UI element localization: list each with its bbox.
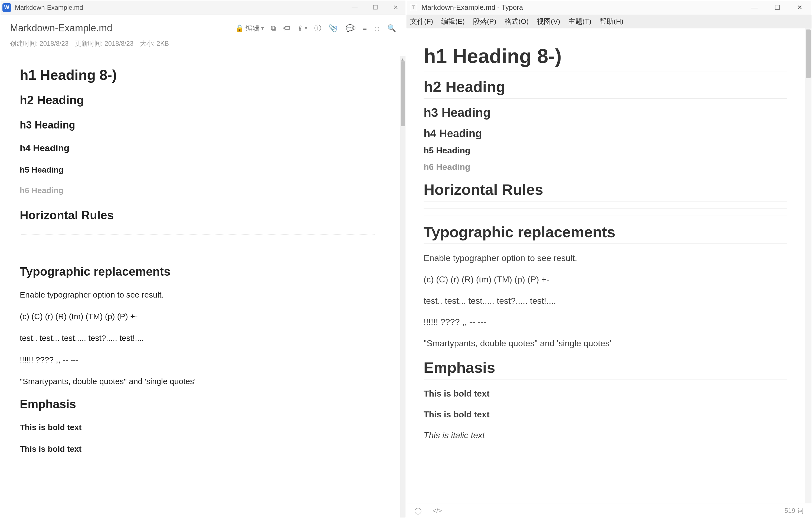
hr-section-title: Horizontal Rules bbox=[424, 181, 787, 202]
read-mode-icon[interactable]: ☼ bbox=[374, 24, 380, 32]
chevron-down-icon: ▾ bbox=[261, 25, 264, 31]
horizontal-rule bbox=[424, 208, 787, 209]
left-scrollbar[interactable]: ▴ bbox=[400, 56, 406, 518]
close-icon[interactable]: ✕ bbox=[393, 4, 398, 11]
doc-h1: h1 Heading 8-) bbox=[424, 44, 787, 71]
left-scrollbar-thumb[interactable] bbox=[401, 61, 405, 126]
document-meta: 创建时间: 2018/8/23 更新时间: 2018/8/23 大小: 2KB bbox=[0, 39, 406, 56]
external-open-icon[interactable]: ⧉ bbox=[271, 24, 276, 32]
minimize-icon[interactable]: — bbox=[751, 4, 758, 11]
right-titlebar-title: Markdown-Example.md - Typora bbox=[422, 3, 523, 12]
outline-icon[interactable]: ≡ bbox=[363, 24, 367, 32]
paragraph: "Smartypants, double quotes" and 'single… bbox=[20, 376, 389, 387]
updated-time: 更新时间: 2018/8/23 bbox=[75, 39, 134, 48]
paragraph: (c) (C) (r) (R) (tm) (TM) (p) (P) +- bbox=[20, 311, 389, 322]
search-icon[interactable]: 🔍 bbox=[387, 24, 396, 32]
horizontal-rule bbox=[20, 250, 375, 250]
menu-view[interactable]: 视图(V) bbox=[537, 17, 560, 26]
bold-sample: This is bold text bbox=[424, 408, 787, 421]
left-titlebar[interactable]: W Markdown-Example.md — ☐ ✕ bbox=[0, 0, 406, 15]
right-titlebar[interactable]: T Markdown-Example.md - Typora — ☐ ✕ bbox=[406, 0, 812, 15]
info-icon[interactable]: ⓘ bbox=[314, 24, 321, 33]
tag-icon[interactable]: 🏷 bbox=[283, 24, 290, 32]
paragraph: test.. test... test..... test?..... test… bbox=[20, 332, 389, 344]
doc-h2: h2 Heading bbox=[424, 78, 787, 99]
doc-h3: h3 Heading bbox=[424, 105, 787, 120]
chevron-down-icon: ▾ bbox=[305, 25, 307, 31]
edit-label: 编辑 bbox=[245, 24, 260, 33]
menu-file[interactable]: 文件(F) bbox=[410, 17, 433, 26]
share-dropdown[interactable]: ⇪ ▾ bbox=[297, 24, 307, 32]
typora-statusbar: ◯ </> 519 词 bbox=[406, 503, 812, 518]
document-title: Markdown-Example.md bbox=[10, 23, 112, 34]
close-icon[interactable]: ✕ bbox=[797, 4, 803, 11]
paragraph: test.. test... test..... test?..... test… bbox=[424, 295, 787, 307]
doc-h6: h6 Heading bbox=[424, 162, 787, 172]
typora-menubar: 文件(F) 编辑(E) 段落(P) 格式(O) 视图(V) 主题(T) 帮助(H… bbox=[406, 15, 812, 28]
comment-count: 0 bbox=[352, 24, 356, 32]
edit-toggle[interactable]: 🔒 编辑 ▾ bbox=[235, 24, 264, 33]
paragraph: !!!!!! ???? ,, -- --- bbox=[424, 316, 787, 328]
lock-icon: 🔒 bbox=[235, 24, 244, 32]
doc-h5: h5 Heading bbox=[20, 165, 389, 175]
doc-h4: h4 Heading bbox=[20, 143, 389, 153]
doc-h3: h3 Heading bbox=[20, 119, 389, 131]
file-size: 大小: 2KB bbox=[140, 39, 169, 48]
scroll-up-arrow-icon[interactable]: ▴ bbox=[401, 57, 405, 60]
doc-h6: h6 Heading bbox=[20, 186, 389, 195]
outline-toggle-icon[interactable]: ◯ bbox=[414, 507, 422, 515]
maximize-icon[interactable]: ☐ bbox=[373, 4, 378, 11]
hr-section-title: Horizontal Rules bbox=[20, 209, 389, 222]
left-titlebar-filename: Markdown-Example.md bbox=[15, 4, 83, 11]
typora-editor-body[interactable]: h1 Heading 8-) h2 Heading h3 Heading h4 … bbox=[406, 28, 805, 503]
left-document-header: Markdown-Example.md 🔒 编辑 ▾ ⧉ 🏷 ⇪ ▾ ⓘ 📎 1 bbox=[0, 15, 406, 39]
share-icon: ⇪ bbox=[297, 24, 303, 32]
paragraph: Enable typographer option to see result. bbox=[424, 252, 787, 264]
menu-help[interactable]: 帮助(H) bbox=[600, 17, 624, 26]
italic-sample: This is italic text bbox=[424, 429, 787, 441]
doc-h5: h5 Heading bbox=[424, 146, 787, 156]
paragraph: "Smartypants, double quotes" and 'single… bbox=[424, 337, 787, 349]
doc-h2: h2 Heading bbox=[20, 93, 389, 107]
paragraph: (c) (C) (r) (R) (tm) (TM) (p) (P) +- bbox=[424, 273, 787, 286]
minimize-icon[interactable]: — bbox=[352, 4, 357, 11]
comment-button[interactable]: 💬 0 bbox=[346, 24, 356, 32]
attachment-button[interactable]: 📎 1 bbox=[328, 24, 338, 32]
typora-window: T Markdown-Example.md - Typora — ☐ ✕ 文件(… bbox=[406, 0, 812, 518]
horizontal-rule bbox=[424, 216, 787, 216]
wiznote-window: W Markdown-Example.md — ☐ ✕ Markdown-Exa… bbox=[0, 0, 406, 518]
emphasis-section-title: Emphasis bbox=[20, 397, 389, 411]
source-code-icon[interactable]: </> bbox=[433, 507, 442, 515]
bold-sample: This is bold text bbox=[20, 422, 389, 433]
menu-theme[interactable]: 主题(T) bbox=[569, 17, 591, 26]
wiznote-app-icon: W bbox=[2, 3, 11, 12]
menu-format[interactable]: 格式(O) bbox=[504, 17, 529, 26]
right-scrollbar-thumb[interactable] bbox=[806, 29, 811, 78]
doc-h1: h1 Heading 8-) bbox=[20, 67, 389, 83]
paragraph: !!!!!! ???? ,, -- --- bbox=[20, 354, 389, 365]
left-document-body[interactable]: h1 Heading 8-) h2 Heading h3 Heading h4 … bbox=[0, 56, 400, 518]
typo-section-title: Typographic replacements bbox=[20, 265, 389, 278]
bold-sample: This is bold text bbox=[424, 388, 787, 400]
typo-section-title: Typographic replacements bbox=[424, 223, 787, 244]
word-count[interactable]: 519 词 bbox=[784, 506, 804, 515]
bold-sample: This is bold text bbox=[20, 443, 389, 455]
maximize-icon[interactable]: ☐ bbox=[774, 4, 780, 11]
emphasis-section-title: Emphasis bbox=[424, 359, 787, 379]
menu-edit[interactable]: 编辑(E) bbox=[441, 17, 465, 26]
doc-h4: h4 Heading bbox=[424, 127, 787, 140]
menu-paragraph[interactable]: 段落(P) bbox=[473, 17, 496, 26]
typora-app-icon: T bbox=[410, 4, 417, 11]
created-time: 创建时间: 2018/8/23 bbox=[10, 39, 68, 48]
attachment-count: 1 bbox=[335, 24, 338, 32]
right-scrollbar[interactable] bbox=[805, 28, 812, 503]
paragraph: Enable typographer option to see result. bbox=[20, 289, 389, 301]
horizontal-rule bbox=[20, 235, 375, 235]
